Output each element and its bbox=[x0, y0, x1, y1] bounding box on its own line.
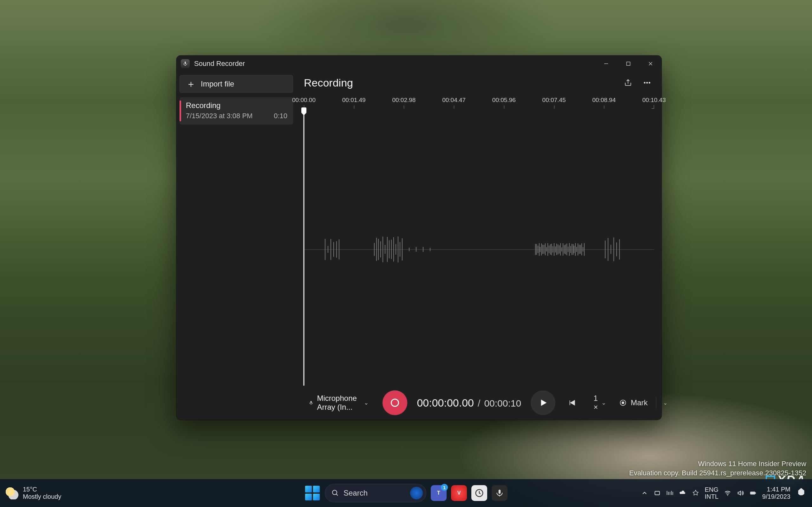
taskbar-app-clock[interactable] bbox=[471, 485, 487, 501]
waveform-bar bbox=[387, 237, 388, 262]
close-button[interactable] bbox=[640, 55, 662, 72]
waveform-bar bbox=[391, 239, 392, 259]
svg-point-9 bbox=[333, 490, 337, 495]
waveform-bar bbox=[331, 239, 331, 260]
waveform-bar bbox=[396, 244, 396, 255]
waveform-bar bbox=[583, 247, 583, 251]
waveform-baseline bbox=[304, 249, 654, 250]
marker-menu-button[interactable]: ⌄ bbox=[659, 397, 671, 408]
quick-settings[interactable] bbox=[724, 490, 757, 497]
volume-icon bbox=[737, 490, 744, 497]
waveform-bar bbox=[540, 247, 541, 252]
marker-icon bbox=[619, 399, 627, 407]
waveform-bar bbox=[556, 244, 557, 255]
svg-rect-12 bbox=[655, 492, 659, 495]
more-button[interactable] bbox=[640, 76, 654, 90]
time-separator: / bbox=[478, 398, 480, 409]
waveform-bar bbox=[565, 245, 566, 255]
waveform-bar bbox=[416, 247, 416, 251]
recording-list-item[interactable]: Recording 7/15/2023 at 3:08 PM 0:10 bbox=[180, 97, 293, 124]
svg-point-8 bbox=[622, 402, 624, 404]
waveform-bar bbox=[605, 240, 606, 258]
chevron-up-icon bbox=[641, 490, 648, 497]
system-tray[interactable]: lıılı bbox=[641, 490, 699, 497]
microphone-selector[interactable]: Microphone Array (In... ⌄ bbox=[305, 391, 372, 414]
waveform-bar bbox=[576, 247, 577, 252]
ruler-tick-label: 00:00.00 bbox=[292, 97, 316, 104]
import-file-label: Import file bbox=[201, 79, 234, 89]
waveform-bar bbox=[546, 247, 547, 251]
share-button[interactable] bbox=[621, 76, 635, 90]
ruler-tick-label: 00:07.45 bbox=[542, 97, 566, 104]
main-panel: Recording 00:00.0000:01.4900:02.9800:04.… bbox=[296, 72, 662, 420]
recording-datetime: 7/15/2023 at 3:08 PM bbox=[186, 112, 252, 120]
taskbar: 15°C Mostly cloudy Search T 1 V bbox=[0, 479, 812, 507]
waveform-bar bbox=[581, 243, 582, 256]
app-body: ＋ Import file Recording 7/15/2023 at 3:0… bbox=[176, 72, 662, 420]
waveform-bar bbox=[551, 244, 552, 255]
ruler-tick-label: 00:02.98 bbox=[392, 97, 415, 104]
waveform-bar bbox=[393, 237, 394, 262]
minimize-button[interactable] bbox=[595, 55, 617, 72]
waveform-bar bbox=[541, 243, 542, 256]
waveform-bar bbox=[558, 244, 558, 255]
waveform-area[interactable] bbox=[304, 113, 654, 386]
weather-description: Mostly cloudy bbox=[23, 493, 61, 500]
svg-point-4 bbox=[644, 82, 645, 83]
waveform-bar bbox=[336, 241, 337, 258]
waveform-bar bbox=[570, 246, 571, 253]
ruler-tick bbox=[554, 106, 554, 109]
waveform-bar bbox=[328, 246, 328, 253]
vivaldi-icon: V bbox=[457, 490, 461, 496]
microphone-icon bbox=[496, 489, 504, 497]
waveform-bar bbox=[538, 245, 538, 253]
waveform-bar bbox=[383, 237, 383, 262]
svg-point-13 bbox=[727, 495, 728, 496]
waveform-bar bbox=[555, 246, 556, 252]
waveform-bar bbox=[580, 245, 581, 254]
taskbar-search[interactable]: Search bbox=[325, 484, 426, 502]
playback-speed-button[interactable]: 1 × ⌄ bbox=[589, 391, 610, 414]
time-display: 00:00:00.00 / 00:00:10 bbox=[417, 397, 521, 409]
waveform-bar bbox=[608, 238, 608, 261]
maximize-button[interactable] bbox=[617, 55, 640, 72]
start-button[interactable] bbox=[305, 485, 320, 501]
waveform-bar bbox=[400, 242, 400, 257]
app-title: Sound Recorder bbox=[194, 60, 245, 68]
waveform-bar bbox=[571, 244, 572, 255]
taskbar-center: Search T 1 V bbox=[305, 484, 507, 502]
ruler-tick-label: 00:05.96 bbox=[492, 97, 516, 104]
language-indicator[interactable]: ENG INTL bbox=[705, 486, 718, 500]
record-button[interactable] bbox=[383, 390, 407, 415]
play-button[interactable] bbox=[531, 390, 555, 415]
search-icon bbox=[332, 489, 339, 497]
wifi-icon bbox=[724, 490, 731, 497]
weather-widget[interactable]: 15°C Mostly cloudy bbox=[6, 486, 61, 500]
clock-date[interactable]: 1:41 PM 9/19/2023 bbox=[762, 486, 791, 500]
waveform-bar bbox=[553, 246, 553, 252]
waveform-bar bbox=[568, 246, 568, 252]
playhead-line bbox=[304, 113, 305, 386]
windows-icon bbox=[305, 486, 320, 500]
chevron-down-icon: ⌄ bbox=[601, 399, 606, 406]
microphone-icon bbox=[309, 399, 313, 406]
ruler-tick bbox=[454, 106, 454, 109]
playhead-handle[interactable] bbox=[301, 107, 306, 113]
taskbar-app-teams[interactable]: T 1 bbox=[431, 485, 447, 501]
timeline-ruler[interactable]: 00:00.0000:01.4900:02.9800:04.4700:05.96… bbox=[304, 97, 654, 112]
bing-icon bbox=[410, 487, 423, 499]
import-file-button[interactable]: ＋ Import file bbox=[180, 75, 293, 93]
taskbar-app-vivaldi[interactable]: V bbox=[451, 485, 467, 501]
skip-back-button[interactable] bbox=[565, 396, 579, 410]
svg-point-6 bbox=[649, 82, 650, 83]
taskbar-app-sound-recorder[interactable] bbox=[492, 485, 507, 501]
add-marker-button[interactable]: Mark bbox=[614, 396, 653, 410]
svg-line-10 bbox=[336, 494, 338, 496]
svg-rect-1 bbox=[627, 62, 630, 66]
waveform-bar bbox=[550, 244, 551, 255]
notifications-button[interactable] bbox=[796, 488, 806, 498]
waveform-bar bbox=[619, 239, 620, 260]
time-total: 00:00:10 bbox=[484, 398, 521, 409]
waveform-bar bbox=[409, 248, 409, 251]
teams-badge: 1 bbox=[441, 484, 448, 491]
